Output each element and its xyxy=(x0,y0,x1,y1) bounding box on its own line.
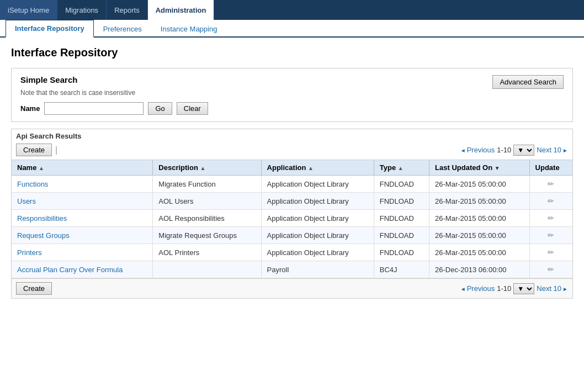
cell-application: Application Object Library xyxy=(261,244,374,261)
cell-last-updated: 26-Mar-2015 05:00:00 xyxy=(429,244,529,261)
nav-reports[interactable]: Reports xyxy=(107,0,148,20)
cell-description: Migrate Request Groups xyxy=(153,227,261,244)
cell-update: ✏ xyxy=(529,193,572,210)
cell-type: FNDLOAD xyxy=(374,193,429,210)
page-title: Interface Repository xyxy=(11,46,573,59)
row-name-link[interactable]: Request Groups xyxy=(17,231,70,240)
cell-application: Application Object Library xyxy=(261,210,374,227)
table-row: Request GroupsMigrate Request GroupsAppl… xyxy=(12,227,572,244)
cell-name: Request Groups xyxy=(12,227,153,244)
edit-icon[interactable]: ✏ xyxy=(548,179,554,188)
results-bottom-toolbar: Create Previous 1-10 ▼ Next 10 xyxy=(12,278,572,298)
next-icon xyxy=(562,146,568,154)
go-button[interactable]: Go xyxy=(148,102,172,115)
table-header-row: Name ▲ Description ▲ Application ▲ Type … xyxy=(12,160,572,176)
table-row: Accrual Plan Carry Over FormulaPayrollBC… xyxy=(12,261,572,278)
col-type[interactable]: Type ▲ xyxy=(374,160,429,176)
create-button-top[interactable]: Create xyxy=(16,144,52,156)
row-name-link[interactable]: Users xyxy=(17,197,36,205)
page-select-top[interactable]: ▼ xyxy=(513,145,534,156)
cell-description: Migrates Function xyxy=(153,176,261,193)
page-range-top: 1-10 xyxy=(497,146,511,154)
cell-application: Application Object Library xyxy=(261,176,374,193)
col-name-sort-icon: ▲ xyxy=(39,165,44,171)
col-last-updated-label: Last Updated On xyxy=(435,163,492,172)
search-note: Note that the search is case insensitive xyxy=(20,89,208,97)
create-button-bottom[interactable]: Create xyxy=(16,282,52,295)
tab-preferences[interactable]: Preferences xyxy=(94,20,151,38)
previous-button-bottom[interactable]: Previous xyxy=(460,284,495,293)
cell-update: ✏ xyxy=(529,210,572,227)
cell-description: AOL Users xyxy=(153,193,261,210)
second-navigation: Interface Repository Preferences Instanc… xyxy=(0,20,584,38)
cell-description: AOL Responsibilities xyxy=(153,210,261,227)
table-row: PrintersAOL PrintersApplication Object L… xyxy=(12,244,572,261)
edit-icon[interactable]: ✏ xyxy=(548,248,554,257)
table-row: ResponsibilitiesAOL ResponsibilitiesAppl… xyxy=(12,210,572,227)
row-name-link[interactable]: Functions xyxy=(17,180,48,188)
col-name[interactable]: Name ▲ xyxy=(12,160,153,176)
toolbar-row: Create | Previous 1-10 ▼ Next 10 xyxy=(12,140,572,160)
cell-type: FNDLOAD xyxy=(374,244,429,261)
next-label-top: Next 10 xyxy=(537,146,561,154)
cell-type: FNDLOAD xyxy=(374,227,429,244)
simple-search-title: Simple Search xyxy=(20,75,208,84)
page-select-bottom[interactable]: ▼ xyxy=(513,283,534,294)
col-update-label: Update xyxy=(535,163,560,172)
cell-application: Payroll xyxy=(261,261,374,278)
prev-icon-bottom xyxy=(460,284,466,293)
pagination-top: Previous 1-10 ▼ Next 10 xyxy=(460,145,568,156)
page-range-bottom: 1-10 xyxy=(497,284,511,293)
col-description-sort-icon: ▲ xyxy=(200,165,205,171)
cell-name: Functions xyxy=(12,176,153,193)
col-application-sort-icon: ▲ xyxy=(308,165,314,171)
cell-description xyxy=(153,261,261,278)
previous-button-top[interactable]: Previous xyxy=(460,146,495,154)
edit-icon[interactable]: ✏ xyxy=(548,231,554,240)
table-row: FunctionsMigrates FunctionApplication Ob… xyxy=(12,176,572,193)
nav-isetup-home[interactable]: iSetup Home xyxy=(0,0,57,20)
col-description-label: Description xyxy=(158,163,198,172)
simple-search-section: Simple Search Note that the search is ca… xyxy=(11,68,573,122)
row-name-link[interactable]: Responsibilities xyxy=(17,214,67,223)
edit-icon[interactable]: ✏ xyxy=(548,197,554,205)
clear-button[interactable]: Clear xyxy=(177,102,208,115)
cell-name: Users xyxy=(12,193,153,210)
previous-label-top: Previous xyxy=(467,146,495,154)
col-last-updated-sort-icon: ▼ xyxy=(495,165,500,171)
cell-update: ✏ xyxy=(529,227,572,244)
tab-instance-mapping[interactable]: Instance Mapping xyxy=(151,20,227,38)
edit-icon[interactable]: ✏ xyxy=(548,265,554,274)
cell-type: FNDLOAD xyxy=(374,210,429,227)
col-name-label: Name xyxy=(17,163,36,172)
col-description[interactable]: Description ▲ xyxy=(153,160,261,176)
next-icon-bottom xyxy=(562,284,568,293)
next-button-bottom[interactable]: Next 10 xyxy=(537,284,568,293)
cell-name: Accrual Plan Carry Over Formula xyxy=(12,261,153,278)
name-input[interactable] xyxy=(44,102,144,115)
next-button-top[interactable]: Next 10 xyxy=(537,146,568,154)
tab-interface-repository[interactable]: Interface Repository xyxy=(6,20,94,38)
col-application-label: Application xyxy=(267,163,306,172)
cell-update: ✏ xyxy=(529,244,572,261)
nav-migrations[interactable]: Migrations xyxy=(57,0,107,20)
cell-name: Printers xyxy=(12,244,153,261)
col-type-label: Type xyxy=(380,163,396,172)
next-label-bottom: Next 10 xyxy=(537,284,561,293)
nav-administration[interactable]: Administration xyxy=(148,0,215,20)
advanced-search-button[interactable]: Advanced Search xyxy=(492,75,564,89)
col-application[interactable]: Application ▲ xyxy=(261,160,374,176)
edit-icon[interactable]: ✏ xyxy=(548,214,554,223)
row-name-link[interactable]: Printers xyxy=(17,248,42,257)
cell-last-updated: 26-Mar-2015 05:00:00 xyxy=(429,176,529,193)
row-name-link[interactable]: Accrual Plan Carry Over Formula xyxy=(17,266,123,274)
top-navigation: iSetup Home Migrations Reports Administr… xyxy=(0,0,584,20)
prev-icon xyxy=(460,146,466,154)
pagination-bottom: Previous 1-10 ▼ Next 10 xyxy=(460,283,568,294)
cell-last-updated: 26-Dec-2013 06:00:00 xyxy=(429,261,529,278)
cell-type: BC4J xyxy=(374,261,429,278)
cell-last-updated: 26-Mar-2015 05:00:00 xyxy=(429,227,529,244)
results-title: Api Search Results xyxy=(12,129,572,140)
main-content: Interface Repository Simple Search Note … xyxy=(0,38,584,308)
col-last-updated[interactable]: Last Updated On ▼ xyxy=(429,160,529,176)
